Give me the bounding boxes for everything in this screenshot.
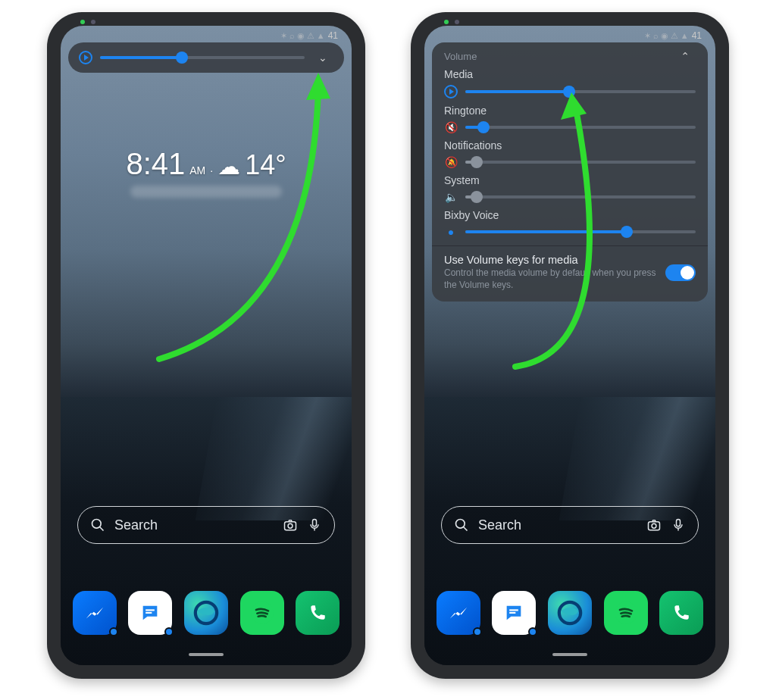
app-edge[interactable] xyxy=(184,591,228,635)
app-phone[interactable] xyxy=(659,591,703,635)
weather-cloud-icon: ☁ xyxy=(217,155,240,178)
svg-rect-18 xyxy=(509,612,515,614)
app-messages[interactable] xyxy=(492,591,536,635)
home-indicator[interactable] xyxy=(552,653,587,656)
volume-row-bixby: Bixby Voice ● xyxy=(444,209,696,238)
app-edge[interactable] xyxy=(548,591,592,635)
phone-right: ✶ ⌕ ◉ ⚠ ▲ 41 Volume ⌄ Media Ringtone xyxy=(411,12,729,679)
volume-row-media: Media xyxy=(444,68,696,98)
label-media: Media xyxy=(444,68,696,80)
app-spotify[interactable] xyxy=(604,591,648,635)
expand-volume-chevron-icon[interactable]: ⌄ xyxy=(312,52,333,64)
status-icons: ✶ ⌕ ◉ ⚠ ▲ xyxy=(280,31,325,41)
app-dock xyxy=(424,591,715,635)
svg-rect-17 xyxy=(509,609,518,611)
svg-rect-7 xyxy=(146,612,152,614)
svg-point-14 xyxy=(652,523,656,528)
camera-icon[interactable] xyxy=(646,517,662,533)
location-blurred xyxy=(130,186,282,198)
phone-left: ✶ ⌕ ◉ ⚠ ▲ 41 ⌄ 8:41 AM · ☁ 14° xyxy=(47,12,365,679)
search-placeholder: Search xyxy=(114,517,274,533)
play-icon xyxy=(444,85,458,98)
app-phone[interactable] xyxy=(296,591,340,635)
svg-line-1 xyxy=(100,527,104,531)
svg-line-12 xyxy=(464,527,468,531)
clock-time: 8:41 xyxy=(126,147,185,181)
notifications-mute-icon: 🔕 xyxy=(444,156,458,168)
search-placeholder: Search xyxy=(478,517,637,533)
app-dock xyxy=(61,591,352,635)
bixby-icon: ● xyxy=(444,226,458,238)
status-time: 41 xyxy=(692,30,702,41)
search-icon xyxy=(90,517,105,533)
slider-system[interactable] xyxy=(465,195,696,198)
svg-point-3 xyxy=(288,523,293,528)
clock-weather-widget[interactable]: 8:41 AM · ☁ 14° xyxy=(61,147,352,198)
app-messages[interactable] xyxy=(128,591,172,635)
slider-ringtone[interactable] xyxy=(465,126,696,129)
search-icon xyxy=(454,517,469,533)
label-ringtone: Ringtone xyxy=(444,105,696,117)
svg-point-11 xyxy=(456,520,465,529)
ringtone-mute-icon: 🔇 xyxy=(444,121,458,133)
camera-icon[interactable] xyxy=(283,517,298,533)
volume-keys-toggle-row[interactable]: Use Volume keys for media Control the me… xyxy=(444,254,696,291)
status-icons: ✶ ⌕ ◉ ⚠ ▲ xyxy=(644,31,689,41)
home-indicator[interactable] xyxy=(189,653,224,656)
svg-rect-6 xyxy=(146,609,155,611)
divider xyxy=(432,245,708,246)
svg-rect-13 xyxy=(649,522,660,530)
volume-panel: Volume ⌄ Media Ringtone 🔇 xyxy=(432,42,708,302)
collapse-volume-chevron-icon[interactable]: ⌄ xyxy=(674,50,696,62)
svg-rect-2 xyxy=(285,522,296,530)
label-bixby: Bixby Voice xyxy=(444,209,696,221)
search-bar[interactable]: Search xyxy=(441,506,699,544)
toggle-sub: Control the media volume by default when… xyxy=(444,267,656,291)
slider-notifications[interactable] xyxy=(465,161,696,164)
status-time: 41 xyxy=(328,30,338,41)
volume-row-system: System 🔈 xyxy=(444,174,696,203)
play-icon xyxy=(79,51,92,64)
toggle-title: Use Volume keys for media xyxy=(444,254,656,266)
volume-row-notifications: Notifications 🔕 xyxy=(444,139,696,168)
slider-media[interactable] xyxy=(465,90,696,93)
svg-rect-4 xyxy=(313,520,317,527)
label-notifications: Notifications xyxy=(444,139,696,152)
search-bar[interactable]: Search xyxy=(77,506,335,544)
screen-left: ✶ ⌕ ◉ ⚠ ▲ 41 ⌄ 8:41 AM · ☁ 14° xyxy=(61,26,352,665)
mic-icon[interactable] xyxy=(671,517,686,533)
media-volume-slider[interactable] xyxy=(100,56,305,59)
app-messenger[interactable] xyxy=(436,591,480,635)
toggle-switch[interactable] xyxy=(665,264,696,281)
clock-ampm: AM xyxy=(189,164,205,177)
screen-right: ✶ ⌕ ◉ ⚠ ▲ 41 Volume ⌄ Media Ringtone xyxy=(424,26,715,665)
app-messenger[interactable] xyxy=(73,591,117,635)
volume-panel-title: Volume xyxy=(444,51,477,62)
mic-icon[interactable] xyxy=(307,517,322,533)
slider-bixby[interactable] xyxy=(465,230,696,233)
svg-point-0 xyxy=(92,520,102,529)
volume-bar-collapsed[interactable]: ⌄ xyxy=(68,42,344,73)
svg-rect-15 xyxy=(677,520,681,527)
label-system: System xyxy=(444,174,696,186)
svg-marker-10 xyxy=(306,73,330,100)
system-mute-icon: 🔈 xyxy=(444,191,458,203)
volume-row-ringtone: Ringtone 🔇 xyxy=(444,105,696,133)
weather-temp: 14° xyxy=(245,149,286,181)
app-spotify[interactable] xyxy=(240,591,284,635)
